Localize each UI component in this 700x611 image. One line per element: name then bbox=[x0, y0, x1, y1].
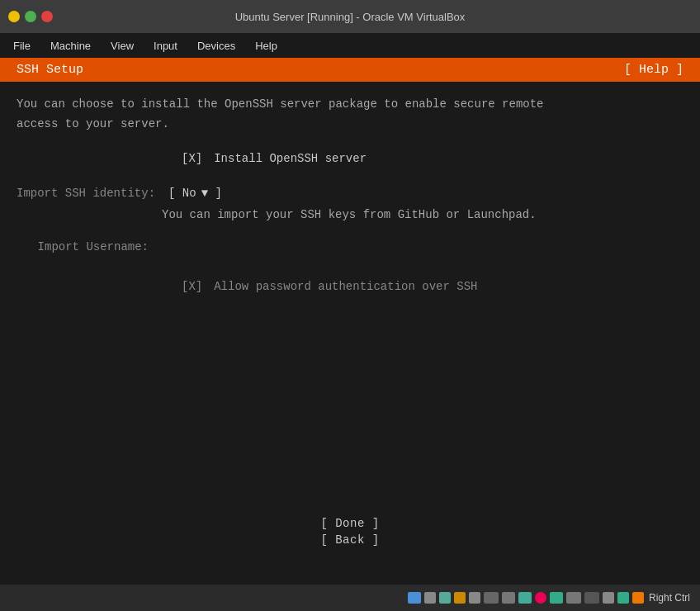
ssh-footer: [ Done ] [ Back ] bbox=[17, 517, 683, 571]
status-icon-3 bbox=[439, 592, 451, 604]
install-openssh-label: Install OpenSSH server bbox=[214, 149, 367, 168]
ssh-setup-title: SSH Setup bbox=[17, 63, 83, 77]
menu-devices[interactable]: Devices bbox=[189, 38, 244, 54]
ssh-header: SSH Setup [ Help ] bbox=[0, 58, 700, 82]
titlebar: Ubuntu Server [Running] - Oracle VM Virt… bbox=[0, 0, 700, 33]
ssh-content: You can choose to install the OpenSSH se… bbox=[0, 82, 700, 585]
status-icon-9 bbox=[535, 592, 546, 604]
import-username-label: Import Username: bbox=[17, 238, 149, 256]
menu-input[interactable]: Input bbox=[145, 38, 186, 54]
right-ctrl-label: Right Ctrl bbox=[649, 592, 690, 604]
menu-view[interactable]: View bbox=[102, 38, 142, 54]
import-ssh-dropdown[interactable]: [ No ▼ ] bbox=[168, 184, 222, 202]
done-button[interactable]: [ Done ] bbox=[320, 517, 379, 530]
import-username-row: Import Username: bbox=[17, 238, 683, 256]
menu-file[interactable]: File bbox=[5, 38, 39, 54]
menu-machine[interactable]: Machine bbox=[42, 38, 99, 54]
status-icons bbox=[408, 592, 644, 604]
menubar: File Machine View Input Devices Help bbox=[0, 33, 700, 58]
status-icon-7 bbox=[502, 592, 515, 604]
import-ssh-label: Import SSH identity: bbox=[17, 184, 155, 202]
titlebar-left bbox=[8, 11, 53, 22]
import-ssh-value: [ No bbox=[168, 184, 196, 202]
maximize-btn[interactable] bbox=[25, 11, 36, 22]
menu-help[interactable]: Help bbox=[247, 38, 286, 54]
status-icon-14 bbox=[617, 592, 629, 604]
import-ssh-row: Import SSH identity: [ No ▼ ] bbox=[17, 184, 683, 202]
statusbar: Right Ctrl bbox=[0, 585, 700, 611]
window-title: Ubuntu Server [Running] - Oracle VM Virt… bbox=[235, 11, 466, 23]
desc-line2: access to your server. bbox=[17, 117, 169, 130]
status-icon-2 bbox=[424, 592, 436, 604]
desc-line1: You can choose to install the OpenSSH se… bbox=[17, 97, 544, 111]
allow-password-label: Allow password authentication over SSH bbox=[214, 277, 477, 296]
status-icon-6 bbox=[484, 592, 499, 604]
close-btn[interactable] bbox=[41, 11, 53, 22]
status-icon-12 bbox=[584, 592, 599, 604]
vm-screen: SSH Setup [ Help ] You can choose to ins… bbox=[0, 58, 700, 585]
status-icon-10 bbox=[550, 592, 563, 604]
import-ssh-arrow: ▼ ] bbox=[201, 184, 222, 202]
traffic-lights bbox=[8, 11, 53, 22]
status-icon-5 bbox=[469, 592, 480, 604]
status-icon-8 bbox=[518, 592, 532, 604]
status-icon-11 bbox=[566, 592, 581, 604]
minimize-btn[interactable] bbox=[8, 11, 20, 22]
allow-password-checkbox[interactable]: [X] bbox=[182, 277, 202, 296]
status-icon-1 bbox=[408, 592, 421, 604]
back-button[interactable]: [ Back ] bbox=[320, 533, 379, 547]
ssh-help-label[interactable]: [ Help ] bbox=[624, 63, 683, 77]
status-icon-4 bbox=[454, 592, 466, 604]
install-openssh-checkbox[interactable]: [X] bbox=[182, 149, 202, 168]
import-ssh-sublabel: You can import your SSH keys from GitHub… bbox=[17, 206, 683, 224]
description: You can choose to install the OpenSSH se… bbox=[17, 95, 683, 135]
install-openssh-row: [X] Install OpenSSH server bbox=[17, 149, 683, 168]
status-icon-13 bbox=[603, 592, 614, 604]
allow-password-row: [X] Allow password authentication over S… bbox=[17, 277, 683, 296]
status-icon-15 bbox=[632, 592, 644, 604]
